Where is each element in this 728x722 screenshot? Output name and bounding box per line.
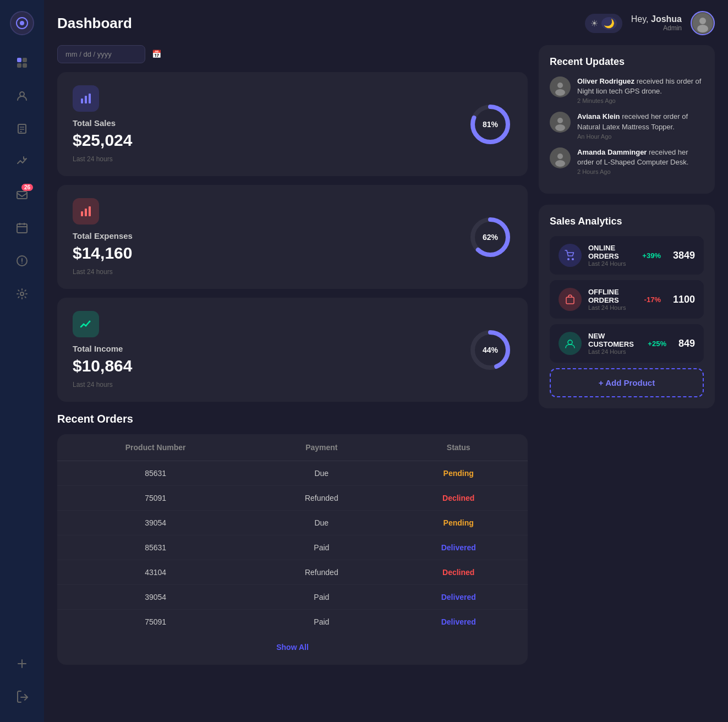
cell-status: Declined (389, 560, 528, 585)
left-column: 📅 Total Sales $25 (57, 45, 528, 665)
svg-point-49 (555, 160, 565, 167)
sidebar-item-calendar[interactable] (8, 214, 36, 242)
orders-title: Recent Orders (57, 413, 528, 425)
orders-table-body: 85631 Due Pending 75091 Refunded Decline… (57, 461, 528, 635)
header: Dashboard ☀ 🌙 Hey, Joshua Admin (57, 11, 715, 35)
circle-progress-income: 44% (468, 328, 512, 372)
svg-point-53 (568, 340, 572, 344)
cell-status: Pending (389, 461, 528, 486)
circle-label-income: 44% (483, 346, 498, 354)
table-row: 39054 Paid Delivered (57, 585, 528, 610)
analytics-info-online-orders: ONLINE ORDERS Last 24 Hours (588, 244, 636, 267)
date-input[interactable] (57, 45, 145, 63)
col-product-number: Product Number (57, 434, 254, 461)
recent-updates-title: Recent Updates (550, 56, 704, 68)
stat-card-total-income: Total Income $10,864 Last 24 hours 44% (57, 298, 528, 402)
svg-rect-27 (85, 96, 87, 103)
analytics-item-online-orders: ONLINE ORDERS Last 24 Hours +39% 3849 (550, 236, 704, 275)
svg-point-6 (20, 92, 24, 96)
stat-period-expenses: Last 24 hours (73, 268, 133, 276)
svg-point-46 (555, 124, 565, 131)
stat-label-expenses: Total Expenses (73, 231, 133, 240)
stat-card-left-expenses: Total Expenses $14,160 Last 24 hours (73, 198, 133, 276)
stat-value-sales: $25,024 (73, 131, 132, 150)
cell-status: Pending (389, 511, 528, 535)
date-input-row: 📅 (57, 45, 528, 63)
svg-point-18 (21, 262, 23, 264)
stat-period-sales: Last 24 hours (73, 155, 132, 163)
analytics-period-online-orders: Last 24 Hours (588, 260, 636, 267)
status-badge: Pending (444, 518, 474, 527)
analytics-value-offline-orders: 1100 (673, 294, 695, 305)
svg-rect-52 (566, 297, 574, 304)
cell-product-number: 85631 (57, 461, 254, 486)
cell-status: Delivered (389, 585, 528, 610)
cell-payment: Refunded (254, 486, 389, 511)
analytics-period-new-customers: Last 24 Hours (588, 348, 641, 355)
cell-payment: Paid (254, 585, 389, 610)
update-text: Amanda Damminger received her order of L… (577, 147, 704, 167)
stat-icon-income (73, 311, 99, 337)
analytics-item-offline-orders: OFFLINE ORDERS Last 24 Hours -17% 1100 (550, 280, 704, 319)
avatar (691, 11, 715, 35)
stat-cards: Total Sales $25,024 Last 24 hours 81% (57, 72, 528, 402)
sidebar-item-settings[interactable] (8, 280, 36, 308)
stat-period-income: Last 24 hours (73, 381, 132, 389)
stat-icon-expenses (73, 198, 99, 225)
svg-rect-31 (81, 211, 83, 216)
update-avatar (550, 76, 571, 97)
cell-payment: Paid (254, 610, 389, 635)
cell-payment: Paid (254, 535, 389, 560)
update-content: Oliver Rodriguez received his order of N… (577, 76, 704, 104)
sidebar-item-dashboard[interactable] (8, 48, 36, 77)
sun-icon: ☀ (590, 18, 598, 29)
analytics-label-online-orders: ONLINE ORDERS (588, 244, 636, 260)
stat-value-expenses: $14,160 (73, 244, 133, 262)
stat-card-total-sales: Total Sales $25,024 Last 24 hours 81% (57, 72, 528, 176)
update-name: Aviana Klein (577, 112, 620, 121)
sidebar-item-users[interactable] (8, 81, 36, 110)
update-text: Aviana Klein received her order of Natur… (577, 112, 704, 132)
status-badge: Pending (444, 469, 474, 478)
stat-card-left-sales: Total Sales $25,024 Last 24 hours (73, 85, 132, 163)
cell-payment: Refunded (254, 560, 389, 585)
update-item: Amanda Damminger received her order of L… (550, 147, 704, 175)
table-row: 75091 Refunded Declined (57, 486, 528, 511)
sidebar-item-alerts[interactable] (8, 247, 36, 275)
svg-point-24 (699, 18, 706, 24)
update-content: Amanda Damminger received her order of L… (577, 147, 704, 175)
svg-point-19 (20, 292, 24, 296)
orders-table-wrap: Product Number Payment Status 85631 Due … (57, 434, 528, 665)
update-item: Oliver Rodriguez received his order of N… (550, 76, 704, 104)
table-row: 39054 Due Pending (57, 511, 528, 535)
sidebar-item-orders[interactable] (8, 114, 36, 143)
svg-point-50 (567, 258, 570, 260)
sidebar-item-add[interactable] (8, 649, 36, 678)
sidebar-item-logout[interactable] (8, 682, 36, 711)
add-product-button[interactable]: + Add Product (550, 368, 704, 397)
svg-point-37 (85, 325, 87, 327)
svg-point-25 (697, 25, 708, 32)
analytics-label-new-customers: NEW CUSTOMERS (588, 332, 641, 348)
svg-rect-26 (81, 99, 83, 103)
analytics-icon-new-customers (559, 332, 582, 355)
orders-table-head: Product Number Payment Status (57, 434, 528, 461)
right-panel: Recent Updates Oliver Rodriguez received… (539, 45, 715, 665)
table-row: 85631 Due Pending (57, 461, 528, 486)
user-info: Hey, Joshua Admin (631, 14, 682, 32)
status-badge: Declined (442, 568, 474, 577)
sidebar-item-analytics[interactable] (8, 147, 36, 176)
cell-product-number: 39054 (57, 585, 254, 610)
table-row: 43104 Refunded Declined (57, 560, 528, 585)
sales-analytics-card: Sales Analytics ONLINE ORDERS Last 24 Ho… (539, 205, 715, 408)
svg-point-1 (20, 21, 24, 25)
content-grid: 📅 Total Sales $25 (57, 45, 715, 665)
sidebar-item-mail[interactable]: 26 (8, 180, 36, 209)
analytics-icon-online-orders (559, 244, 582, 267)
svg-rect-11 (17, 192, 27, 199)
sidebar-logo[interactable] (10, 11, 34, 35)
circle-progress-expenses: 62% (468, 215, 512, 259)
show-all-button[interactable]: Show All (57, 634, 528, 660)
theme-toggle[interactable]: ☀ 🌙 (585, 14, 622, 33)
update-text: Oliver Rodriguez received his order of N… (577, 76, 704, 96)
